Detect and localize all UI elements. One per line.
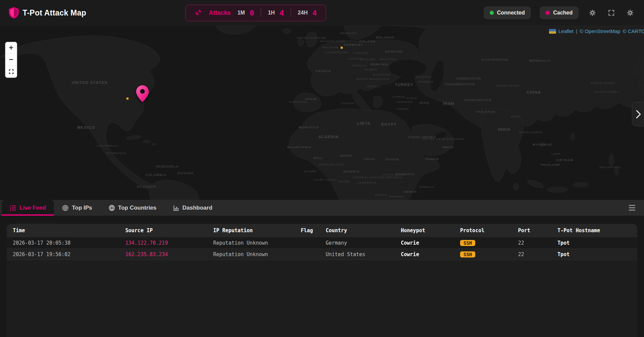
tab-top-ips[interactable]: Top IPs	[54, 200, 100, 216]
stat-1m-label: 1M	[237, 10, 245, 16]
tab-dashboard[interactable]: Dashboard	[165, 200, 221, 216]
map-country-label: MAURITANIA	[287, 145, 312, 149]
map-zoom-control: + −	[5, 42, 17, 78]
map-country-label: MALI	[314, 156, 323, 160]
map-country-label: OMAN	[442, 145, 454, 149]
map-country-label: UNITED STATES	[72, 81, 108, 85]
brand: T-Pot Attack Map	[9, 7, 106, 19]
attack-dot-marker[interactable]	[341, 47, 343, 49]
column-header: Country	[326, 227, 401, 234]
map-country-label: POLAND	[359, 39, 376, 43]
leaflet-link[interactable]: Leaflet	[558, 28, 574, 34]
stat-24h: 24H 4	[298, 9, 317, 17]
map-country-label: DENMARK	[340, 32, 357, 35]
connection-status-text: Connected	[497, 10, 525, 16]
pink-status-dot	[546, 11, 550, 15]
protocol-badge: SSH	[460, 251, 475, 257]
map-country-label: VENEZUELA	[155, 164, 179, 168]
stat-1h: 1H 4	[268, 9, 284, 17]
map-country-label: GABON	[375, 193, 387, 196]
map-country-label: GERMANY	[344, 43, 363, 47]
tab-top-countries[interactable]: Top Countries	[100, 200, 165, 216]
map-country-label: NETHERLANDS	[320, 40, 346, 43]
source-ip-cell: 134.122.70.219	[125, 240, 213, 246]
attack-dot-marker[interactable]	[126, 97, 129, 100]
time-cell: 2026-03-17 19:56:02	[13, 251, 125, 257]
map-country-label: SOUTH KOREA	[594, 90, 619, 93]
app-title: T-Pot Attack Map	[23, 8, 86, 18]
attack-stats: Attacks 1M 0 1H 4 24H 4	[185, 5, 326, 21]
map-country-label: GHANA	[338, 180, 350, 183]
live-feed-table: TimeSource IPIP ReputationFlagCountryHon…	[7, 224, 637, 337]
table-row[interactable]: 2026-03-17 20:05:38134.122.70.219Reputat…	[7, 237, 637, 249]
map-country-label: PAKISTAN	[476, 110, 495, 114]
stat-24h-value: 4	[312, 9, 317, 17]
map-country-label: SERBIA	[364, 68, 377, 71]
tab-live-feed[interactable]: 123Live Feed	[2, 200, 54, 216]
map-country-label: PHILIPPINES	[600, 166, 621, 169]
table-row[interactable]: 2026-03-17 19:56:02162.235.83.234Reputat…	[7, 249, 637, 260]
map-country-label: UKRAINE	[385, 50, 403, 53]
map-country-label: YEMEN	[425, 157, 439, 161]
attack-map[interactable]: UNITED STATESMEXICOGUATEMALANICARAGUAVEN…	[0, 26, 644, 200]
settings-gear-icon[interactable]	[625, 8, 635, 18]
map-fullscreen-button[interactable]	[5, 66, 17, 78]
map-country-label: NIGER	[340, 154, 353, 157]
map-country-label: TURKMENISTAN	[445, 82, 475, 86]
fullscreen-icon[interactable]	[606, 8, 616, 18]
map-country-label: VIETNAM	[556, 158, 573, 162]
honeypot-cell: Cowrie	[401, 240, 460, 246]
map-country-label: KENYA	[404, 190, 417, 193]
map-country-label: NORTH MACEDONIA	[356, 78, 390, 81]
map-country-label: EGYPT	[381, 122, 396, 126]
map-country-label: IRAN	[443, 101, 454, 105]
world-map	[0, 26, 644, 200]
map-country-label: AFGHANISTAN	[464, 98, 492, 102]
map-country-label: ALGERIA	[319, 135, 339, 139]
gear-icon[interactable]	[587, 8, 598, 18]
map-country-label: TUNISIA	[341, 102, 354, 105]
map-country-label: MOROCCO	[299, 125, 319, 129]
column-header: Time	[13, 227, 125, 234]
map-country-label: MEXICO	[77, 125, 95, 129]
source-ip-cell: 162.235.83.234	[125, 251, 213, 257]
map-country-label: CHAD	[364, 157, 375, 161]
map-country-label: ETHIOPIA	[396, 172, 415, 176]
openstreetmap-link[interactable]: © OpenStreetMap	[580, 28, 620, 34]
panel-toggle[interactable]	[632, 102, 644, 126]
zoom-out-button[interactable]: −	[5, 54, 17, 66]
carto-link[interactable]: © CARTO	[623, 28, 644, 34]
map-country-label: LEBANON	[396, 100, 413, 103]
stat-1m-value: 0	[250, 9, 254, 17]
attacks-label: Attacks	[209, 9, 231, 17]
honeypot-cell: Cowrie	[401, 251, 460, 257]
map-country-label: GUATEMALA	[97, 144, 118, 147]
map-country-label: ECUADOR	[137, 185, 156, 188]
menu-icon[interactable]	[629, 200, 635, 216]
protocol-cell: SSH	[460, 251, 518, 257]
reputation-cell: Reputation Unknown	[213, 251, 301, 257]
svg-text:3: 3	[10, 209, 11, 211]
stat-24h-label: 24H	[298, 10, 308, 16]
feed-table-rows: 2026-03-17 20:05:38134.122.70.219Reputat…	[7, 237, 637, 260]
port-cell: 22	[518, 251, 557, 257]
country-cell: United States	[326, 251, 401, 257]
satellite-dish-icon	[194, 9, 201, 17]
map-country-label: CENTRAL AFRICAN REPUBLIC	[353, 176, 403, 179]
map-country-label: GUYANA	[178, 171, 194, 175]
map-country-label: THAILAND	[541, 163, 560, 166]
column-header: Honeypot	[401, 227, 460, 234]
map-country-label: UNITED ARAB EMIRATES	[422, 137, 464, 141]
attack-pin-marker[interactable]	[136, 85, 149, 103]
map-country-label: GREECE	[367, 85, 381, 88]
map-country-label: BULGARIA	[373, 73, 391, 76]
map-country-label: COLOMBIA	[146, 173, 166, 177]
cache-status-badge: Cached	[540, 6, 579, 19]
target-icon	[62, 205, 69, 211]
map-country-label: BELARUS	[376, 35, 394, 39]
zoom-in-button[interactable]: +	[5, 42, 17, 54]
map-country-label: GEORGIA	[416, 75, 432, 79]
map-country-label: HUNGARY	[359, 58, 376, 61]
map-country-label: CYPRUS	[391, 95, 405, 98]
map-country-label: NORTH KOREA	[590, 82, 615, 85]
